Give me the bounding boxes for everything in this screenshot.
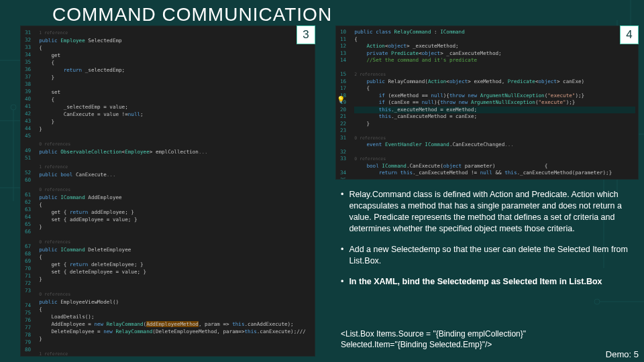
slide-title: COMMAND COMMUNICATION [52, 4, 332, 25]
bullet-item: •In the XAML, bind the Selectedemp as Se… [341, 276, 636, 288]
code-body-left: 1 reference public Employee SelectedEmp … [34, 26, 315, 356]
code-body-right: 💡public class RelayCommand : ICommand { … [349, 26, 638, 179]
step-badge-3: 3 [297, 25, 315, 44]
step-badge-4: 4 [620, 25, 639, 44]
slide: COMMAND COMMUNICATION 31 32 33 34 35 36 … [0, 0, 644, 362]
line-numbers-left: 31 32 33 34 35 36 37 38 39 40 41 42 43 4… [21, 26, 34, 356]
demo-label: Demo: 5 [606, 349, 639, 359]
bullet-item: •Relay.Command class is defined with Act… [341, 189, 636, 235]
bullet-list: •Relay.Command class is defined with Act… [341, 189, 636, 297]
code-panel-left: 31 32 33 34 35 36 37 38 39 40 41 42 43 4… [20, 25, 315, 357]
lightbulb-icon: 💡 [337, 97, 345, 104]
code-panel-right: 10 11 12 13 14 15 16 17 18 19 20 21 22 2… [335, 25, 639, 180]
xaml-snippet: <List.Box Items.Source = "{Binding emplC… [341, 328, 636, 350]
bullet-item: •Add a new Selectedemp so that the user … [341, 244, 636, 267]
